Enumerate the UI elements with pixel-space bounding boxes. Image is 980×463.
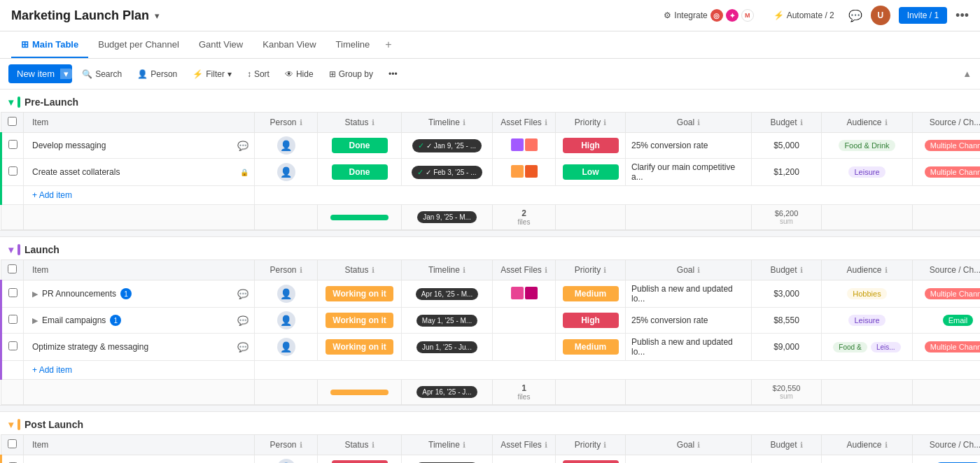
priority-cell[interactable]: Medium: [556, 334, 626, 361]
select-all-launch[interactable]: [8, 264, 17, 273]
chat-icon[interactable]: 💬: [237, 141, 248, 151]
search-button[interactable]: 🔍 Search: [76, 66, 127, 83]
status-cell[interactable]: Working on it: [318, 280, 402, 308]
header-checkbox[interactable]: [1, 435, 24, 455]
audience-tag[interactable]: Food & Drink: [839, 140, 895, 151]
item-cell: Optimize strategy & messaging 💬: [24, 334, 255, 361]
add-tab-button[interactable]: +: [379, 31, 397, 58]
audience-info-icon[interactable]: ℹ: [885, 118, 888, 127]
header-goal: Goalℹ: [626, 260, 752, 280]
sort-button[interactable]: ↕ Sort: [241, 66, 275, 83]
timeline-info-icon[interactable]: ℹ: [463, 118, 465, 127]
timeline-cell[interactable]: May 1, '25 - M...: [402, 308, 493, 334]
title-chevron-icon[interactable]: ▾: [155, 10, 160, 21]
tab-timeline[interactable]: Timeline: [326, 32, 380, 58]
tab-gantt-view[interactable]: Gantt View: [189, 32, 253, 58]
priority-cell[interactable]: High: [556, 133, 626, 159]
source-tag[interactable]: Multiple Channe: [925, 140, 980, 151]
timeline-cell[interactable]: ✓✓ Jan 9, '25 - ...: [402, 133, 493, 159]
status-cell[interactable]: Stuck: [318, 455, 402, 464]
status-cell[interactable]: Done: [318, 133, 402, 159]
chat-icon[interactable]: 💬: [237, 315, 248, 326]
integration-icon-2: ✦: [726, 9, 738, 22]
source-tag[interactable]: Multiple Channe: [925, 341, 980, 352]
automate-button[interactable]: ⚡ Automate / 2: [768, 7, 840, 24]
timeline-cell[interactable]: Apr 16, '25 - M...: [402, 280, 493, 308]
more-toolbar-button[interactable]: •••: [383, 66, 403, 83]
section-launch-header: ▾ Launch: [0, 237, 980, 259]
source-cell: Email: [913, 308, 981, 334]
source-tag[interactable]: Multiple Channe: [925, 288, 980, 299]
person-info-icon[interactable]: ℹ: [300, 118, 302, 127]
new-item-button[interactable]: New item ▾: [8, 64, 72, 83]
avatar[interactable]: U: [871, 6, 890, 25]
status-cell[interactable]: Done: [318, 159, 402, 186]
audience-tag[interactable]: Leisure: [848, 166, 885, 178]
row-checkbox-cell[interactable]: [1, 334, 24, 361]
budget-cell: $1,200: [752, 159, 822, 186]
more-options-button[interactable]: •••: [955, 8, 969, 23]
chat-icon[interactable]: 💬: [848, 9, 862, 22]
row-checkbox[interactable]: [8, 288, 18, 297]
tab-kanban-view[interactable]: Kanban View: [253, 32, 326, 58]
add-item-cell[interactable]: + Add item: [24, 186, 255, 205]
add-item-cell[interactable]: + Add item: [24, 361, 255, 380]
chat-icon[interactable]: 💬: [237, 289, 248, 299]
row-checkbox-cell[interactable]: [1, 133, 24, 159]
expand-icon[interactable]: ▶: [32, 316, 38, 325]
person-button[interactable]: 👤 Person: [132, 66, 183, 83]
audience-tag-food[interactable]: Food &: [833, 342, 867, 352]
row-checkbox-cell[interactable]: [1, 455, 24, 464]
goal-info-icon[interactable]: ℹ: [697, 118, 700, 127]
row-checkbox-cell[interactable]: [1, 308, 24, 334]
priority-cell[interactable]: High: [556, 455, 626, 464]
tab-budget-per-channel[interactable]: Budget per Channel: [88, 32, 189, 58]
collapse-button[interactable]: ▲: [962, 69, 972, 79]
status-cell[interactable]: Working on it: [318, 334, 402, 361]
row-checkbox-cell[interactable]: [1, 159, 24, 186]
select-all-prelaunch[interactable]: [8, 117, 17, 126]
row-checkbox[interactable]: [8, 140, 18, 149]
row-checkbox[interactable]: [8, 166, 18, 176]
header-assetfiles: Asset Filesℹ: [493, 113, 556, 133]
row-checkbox[interactable]: [8, 341, 18, 350]
source-tag[interactable]: Email: [943, 315, 974, 326]
integrate-button[interactable]: ⚙ Integrate ◎ ✦ M: [658, 6, 759, 25]
section-postlaunch-toggle[interactable]: ▾: [8, 419, 13, 430]
table-row: ▶ PR Announcements 1 💬 👤 Working on it A…: [1, 280, 981, 308]
row-checkbox-cell[interactable]: [1, 280, 24, 308]
chat-icon[interactable]: 💬: [237, 342, 248, 352]
filter-button[interactable]: ⚡ Filter ▾: [187, 66, 237, 83]
priority-info-icon[interactable]: ℹ: [603, 118, 606, 127]
new-item-dropdown-arrow[interactable]: ▾: [60, 69, 72, 79]
timeline-cell[interactable]: Oct 1, '25 - Oc...: [402, 455, 493, 464]
source-tag[interactable]: Multiple Channe: [925, 166, 980, 178]
priority-cell[interactable]: Medium: [556, 280, 626, 308]
select-all-postlaunch[interactable]: [8, 439, 17, 448]
group-by-button[interactable]: ⊞ Group by: [323, 66, 379, 83]
timeline-cell[interactable]: ✓✓ Feb 3, '25 - ...: [402, 159, 493, 186]
expand-icon[interactable]: ▶: [32, 290, 38, 299]
status-info-icon[interactable]: ℹ: [372, 118, 374, 127]
budget-info-icon[interactable]: ℹ: [800, 118, 803, 127]
add-item-row-prelaunch[interactable]: + Add item: [1, 186, 981, 205]
priority-cell[interactable]: High: [556, 308, 626, 334]
audience-tag-leisure[interactable]: Leis...: [871, 342, 901, 352]
header-checkbox[interactable]: [1, 113, 24, 133]
invite-button[interactable]: Invite / 1: [899, 7, 947, 24]
item-badge: 1: [120, 288, 132, 299]
row-checkbox[interactable]: [8, 315, 18, 324]
timeline-cell[interactable]: Jun 1, '25 - Ju...: [402, 334, 493, 361]
hide-button[interactable]: 👁 Hide: [279, 66, 319, 83]
status-cell[interactable]: Working on it: [318, 308, 402, 334]
header-checkbox[interactable]: [1, 260, 24, 280]
assetfiles-info-icon[interactable]: ℹ: [545, 118, 547, 127]
add-item-row-launch[interactable]: + Add item: [1, 361, 981, 380]
header-assetfiles: Asset Filesℹ: [493, 435, 556, 455]
section-launch-toggle[interactable]: ▾: [8, 244, 13, 255]
audience-tag[interactable]: Leisure: [848, 315, 885, 326]
tab-main-table[interactable]: ⊞ Main Table: [11, 32, 88, 58]
audience-tag[interactable]: Hobbies: [847, 288, 886, 299]
priority-cell[interactable]: Low: [556, 159, 626, 186]
section-prelaunch-toggle[interactable]: ▾: [8, 97, 13, 108]
